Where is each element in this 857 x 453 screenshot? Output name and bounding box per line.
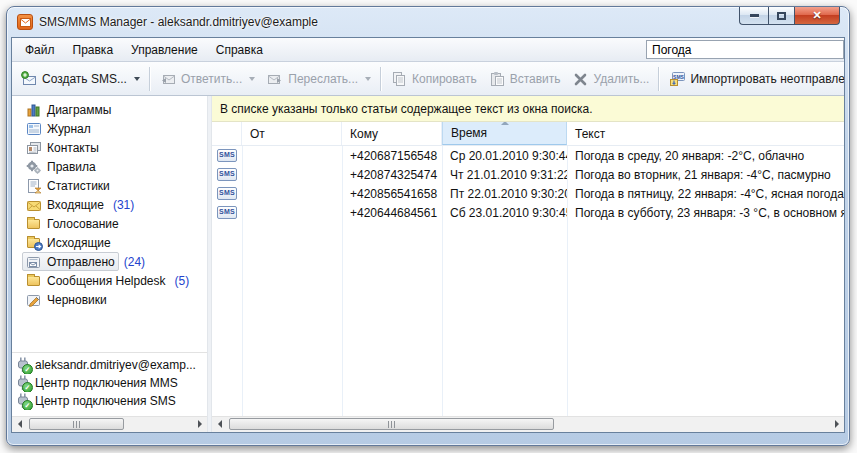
- reply-button[interactable]: Ответить...: [154, 67, 261, 91]
- content: Диаграммы Журнал Контакт: [12, 96, 844, 432]
- paste-icon: [489, 71, 505, 87]
- toolbar: Создать SMS... Ответить... Переслать...: [12, 62, 844, 96]
- close-button[interactable]: ✕: [795, 7, 840, 25]
- sidebar-item-label: Контакты: [47, 141, 99, 155]
- sidebar-item-label: Отправлено: [47, 255, 115, 269]
- column-header-time[interactable]: Время: [442, 122, 567, 145]
- reply-label: Ответить...: [181, 72, 242, 86]
- app-envelope-icon: [17, 14, 33, 30]
- create-sms-label: Создать SMS...: [42, 72, 127, 86]
- paste-button[interactable]: Вставить: [483, 67, 567, 91]
- sidebar-item-drafts[interactable]: Черновики: [12, 290, 207, 309]
- close-icon: ✕: [812, 10, 821, 21]
- connection-label: Центр подключения SMS: [35, 394, 176, 408]
- forward-button[interactable]: Переслать...: [261, 67, 377, 91]
- message-row[interactable]: SMS +420874325474 Чт 21.01.2010 9:31:22 …: [212, 165, 844, 184]
- copy-icon: [391, 71, 407, 87]
- scrollbar-thumb[interactable]: [29, 418, 124, 430]
- client-area: Файл Правка Управление Справка Создать S…: [11, 37, 845, 433]
- minimize-button[interactable]: [739, 7, 768, 25]
- chevron-down-icon: [365, 77, 371, 81]
- window-title: SMS/MMS Manager - aleksandr.dmitriyev@ex…: [39, 15, 318, 29]
- connection-plug-icon: ✓: [15, 393, 31, 409]
- connection-item-sms[interactable]: ✓ Центр подключения SMS: [15, 392, 207, 410]
- connection-label: Центр подключения MMS: [35, 376, 178, 390]
- drafts-folder-icon: [26, 292, 42, 308]
- message-row[interactable]: SMS +420644684561 Сб 23.01.2010 9:30:45 …: [212, 203, 844, 222]
- forward-label: Переслать...: [288, 72, 358, 86]
- create-sms-button[interactable]: Создать SMS...: [15, 67, 146, 91]
- sidebar-item-journal[interactable]: Журнал: [12, 119, 207, 138]
- account-label: aleksandr.dmitriyev@examp...: [35, 358, 196, 372]
- column-header-text[interactable]: Текст: [567, 122, 844, 145]
- import-unsent-button[interactable]: SMS Импортировать неотправленные: [663, 67, 844, 91]
- sidebar-item-inbox[interactable]: Входящие (31): [12, 195, 207, 214]
- sidebar-item-statistics[interactable]: Статистики: [12, 176, 207, 195]
- message-row[interactable]: SMS +420856541658 Пт 22.01.2010 9:30:20 …: [212, 184, 844, 203]
- scroll-left-arrow-icon[interactable]: [212, 417, 227, 431]
- app-window: SMS/MMS Manager - aleksandr.dmitriyev@ex…: [6, 6, 850, 446]
- sidebar-item-label: Правила: [47, 160, 96, 174]
- cell-time: Сб 23.01.2010 9:30:45: [442, 206, 567, 220]
- list-hscrollbar[interactable]: [212, 416, 844, 432]
- chevron-down-icon: [134, 77, 140, 81]
- column-header-from[interactable]: От: [242, 122, 342, 145]
- sidebar-item-sent[interactable]: Отправлено (24): [12, 252, 207, 271]
- svg-text:SMS: SMS: [673, 73, 685, 79]
- outbox-folder-icon: [26, 235, 42, 251]
- cell-text: Погода во вторник, 21 января: -4°C, пасм…: [567, 168, 844, 182]
- search-input[interactable]: [646, 40, 844, 59]
- menu-help[interactable]: Справка: [207, 39, 272, 61]
- sms-badge-icon: SMS: [217, 168, 237, 181]
- connection-item-mms[interactable]: ✓ Центр подключения MMS: [15, 374, 207, 392]
- sidebar-item-outbox[interactable]: Исходящие: [12, 233, 207, 252]
- sidebar-item-voting[interactable]: Голосование: [12, 214, 207, 233]
- message-list: SMS +420687156548 Ср 20.01.2010 9:30:44 …: [212, 146, 844, 416]
- inbox-envelope-icon: [26, 197, 42, 213]
- titlebar[interactable]: SMS/MMS Manager - aleksandr.dmitriyev@ex…: [7, 7, 849, 37]
- delete-x-icon: [573, 71, 589, 87]
- sidebar-item-rules[interactable]: Правила: [12, 157, 207, 176]
- sidebar-item-label: Входящие: [47, 198, 104, 212]
- desktop: SMS/MMS Manager - aleksandr.dmitriyev@ex…: [0, 0, 857, 453]
- forward-icon: [267, 71, 283, 87]
- copy-button[interactable]: Копировать: [385, 67, 483, 91]
- sidebar-hscrollbar[interactable]: [12, 416, 207, 432]
- account-item[interactable]: ✓ aleksandr.dmitriyev@examp...: [15, 356, 207, 374]
- delete-button[interactable]: Удалить...: [567, 67, 656, 91]
- sidebar-item-label: Черновики: [47, 293, 107, 307]
- scroll-left-arrow-icon[interactable]: [12, 417, 27, 431]
- cell-time: Пт 22.01.2010 9:30:20: [442, 187, 567, 201]
- toolbar-separator: [658, 67, 660, 91]
- contacts-icon: [26, 140, 42, 156]
- message-row[interactable]: SMS +420687156548 Ср 20.01.2010 9:30:44 …: [212, 146, 844, 165]
- item-count: (24): [124, 255, 145, 269]
- delete-label: Удалить...: [594, 72, 650, 86]
- toolbar-separator: [149, 67, 151, 91]
- sidebar-item-label: Статистики: [47, 179, 110, 193]
- gears-icon: [26, 159, 42, 175]
- connected-check-icon: ✓: [22, 400, 33, 410]
- filter-notice-bar: В списке указаны только статьи содержаще…: [212, 96, 844, 122]
- scroll-right-arrow-icon[interactable]: [192, 417, 207, 431]
- column-header-to[interactable]: Кому: [342, 122, 442, 145]
- sidebar-item-label: Сообщения Helpdesk: [47, 274, 166, 288]
- scrollbar-thumb[interactable]: [229, 418, 554, 430]
- minimize-icon: [750, 14, 759, 17]
- menu-manage[interactable]: Управление: [122, 39, 207, 61]
- sidebar-item-diagrams[interactable]: Диаграммы: [12, 100, 207, 119]
- sms-badge-icon: SMS: [217, 149, 237, 162]
- connected-check-icon: ✓: [22, 364, 33, 374]
- cell-to: +420644684561: [342, 206, 442, 220]
- menu-file[interactable]: Файл: [16, 39, 64, 61]
- menu-edit[interactable]: Правка: [64, 39, 123, 61]
- sidebar-item-helpdesk[interactable]: Сообщения Helpdesk (5): [12, 271, 207, 290]
- sidebar-item-contacts[interactable]: Контакты: [12, 138, 207, 157]
- connected-check-icon: ✓: [22, 382, 33, 392]
- scroll-right-arrow-icon[interactable]: [829, 417, 844, 431]
- sidebar-item-label: Голосование: [47, 217, 119, 231]
- maximize-button[interactable]: [768, 7, 795, 25]
- column-header-icon[interactable]: [212, 122, 242, 145]
- filter-notice-text: В списке указаны только статьи содержаще…: [220, 102, 592, 116]
- maximize-icon: [777, 12, 786, 20]
